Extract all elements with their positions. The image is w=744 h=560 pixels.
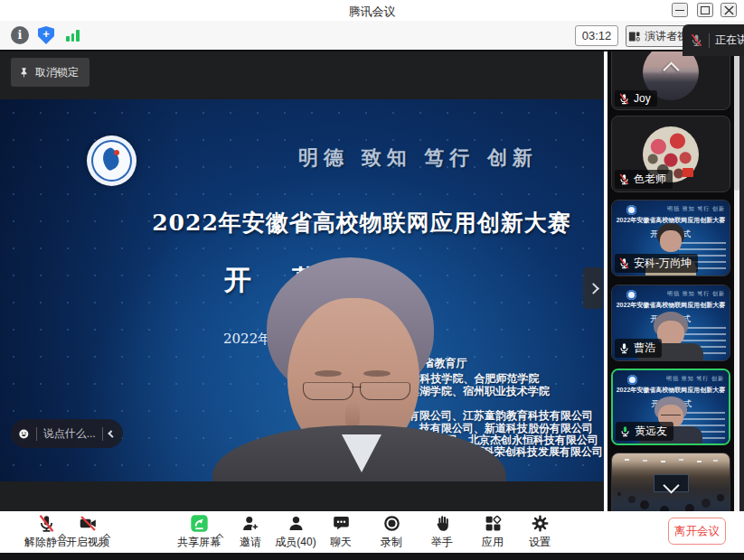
chat-bubble-icon xyxy=(332,514,351,533)
chevron-up-icon xyxy=(663,61,679,78)
bottom-toolbar: 解除静音 开启视频 共享屏幕 xyxy=(0,511,744,553)
network-signal-icon[interactable] xyxy=(66,29,82,42)
chat-placeholder: 说点什么... xyxy=(43,426,96,442)
participant-nametag: 安科-万尚坤 xyxy=(615,254,698,273)
quick-chat-input[interactable]: 说点什么... xyxy=(11,419,123,448)
pin-icon xyxy=(18,67,30,79)
logo-dot xyxy=(114,150,119,155)
divider xyxy=(709,33,710,48)
participants-scroll-down-button[interactable] xyxy=(658,478,683,496)
mic-muted-icon xyxy=(37,514,56,533)
divider xyxy=(102,427,103,441)
camera-off-icon xyxy=(79,514,98,533)
participant-nametag: Joy xyxy=(615,90,657,107)
chevron-right-icon xyxy=(588,283,599,294)
close-button[interactable] xyxy=(720,3,737,17)
participant-tile-anke[interactable]: 明德 致知 笃行 创新 2022年安徽省高校物联网应用创新大赛 开幕式 安科-万… xyxy=(611,200,730,276)
leave-meeting-button[interactable]: 离开会议 xyxy=(668,518,726,545)
participant-tile-caohao[interactable]: 明德 致知 笃行 创新 2022年安徽省高校物联网应用创新大赛 开幕式 曹浩 xyxy=(611,285,730,361)
mic-speaking-icon xyxy=(619,425,631,437)
maximize-button[interactable] xyxy=(697,3,713,17)
sidebar-collapse-handle[interactable] xyxy=(583,267,603,309)
participant-nametag: 曹浩 xyxy=(615,339,662,358)
settings-button[interactable]: 设置 xyxy=(508,514,571,550)
unpin-button[interactable]: 取消锁定 xyxy=(11,58,89,87)
window-title: 腾讯会议 xyxy=(0,4,744,20)
minimize-icon xyxy=(675,10,684,11)
security-shield-icon[interactable] xyxy=(38,26,54,44)
participant-tile-huangyuanyou-active-speaker[interactable]: 明德 致知 笃行 创新 2022年安徽省高校物联网应用创新大赛 开幕式 黄远友 xyxy=(611,369,730,445)
chevron-left-icon[interactable] xyxy=(108,430,116,438)
speaker-webcam-person xyxy=(208,257,506,481)
gear-icon xyxy=(531,514,550,533)
emoji-smiley-icon[interactable] xyxy=(18,425,30,443)
meeting-info-icon[interactable] xyxy=(11,26,29,44)
main-video-area: 取消锁定 明德 致知 笃行 创新 2022年安徽省高校物联网应用创新大赛 开幕式… xyxy=(0,51,604,511)
close-icon xyxy=(724,5,734,15)
participants-sidebar: Joy 色老师 明德 致知 笃行 创新 2022年安徽省高校物联网应用创新大赛 xyxy=(607,51,734,511)
invite-person-icon xyxy=(241,514,260,533)
chevron-down-icon xyxy=(663,477,679,493)
member-person-icon xyxy=(287,514,306,533)
meeting-timer: 03:12 xyxy=(575,25,618,46)
speaking-indicator-panel: 正在讲话 xyxy=(683,24,744,56)
window-bottom-edge xyxy=(0,553,744,560)
raise-hand-icon xyxy=(433,514,452,533)
slide-title: 2022年安徽省高校物联网应用创新大赛 xyxy=(108,208,604,238)
participant-tile-selaoshi[interactable]: 色老师 xyxy=(611,116,730,192)
participant-nametag: 黄远友 xyxy=(616,422,673,441)
mic-muted-icon xyxy=(618,173,630,185)
record-icon xyxy=(382,514,401,533)
titlebar: 腾讯会议 xyxy=(0,0,744,21)
slide-motto: 明德 致知 笃行 创新 xyxy=(298,145,538,172)
participants-scroll-up-button[interactable] xyxy=(658,59,683,77)
mic-on-icon xyxy=(618,342,630,354)
mic-muted-icon xyxy=(690,33,703,47)
school-logo xyxy=(87,135,137,186)
video-options-chevron[interactable] xyxy=(102,527,111,545)
divider xyxy=(36,427,37,441)
mic-muted-icon xyxy=(618,257,630,269)
glasses xyxy=(303,382,353,400)
maximize-icon xyxy=(701,6,710,14)
minimize-button[interactable] xyxy=(672,3,688,17)
layout-icon xyxy=(627,30,641,43)
window-right-edge xyxy=(739,51,744,511)
statusbar: 03:12 演讲者视图 xyxy=(0,21,744,51)
speaking-indicator-label: 正在讲话 xyxy=(715,33,744,48)
apps-grid-icon xyxy=(484,514,503,533)
tencent-meeting-window: 腾讯会议 03:12 演讲者视图 正在讲话 xyxy=(0,0,744,560)
share-screen-icon xyxy=(190,514,209,533)
mic-muted-icon xyxy=(618,93,630,105)
participant-nametag: 色老师 xyxy=(615,170,673,189)
